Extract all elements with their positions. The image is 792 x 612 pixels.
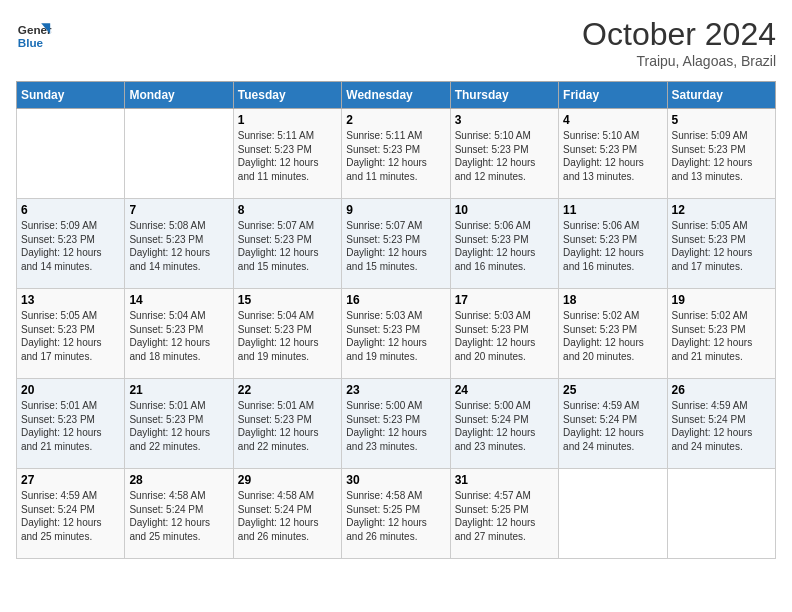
calendar-cell: 20Sunrise: 5:01 AM Sunset: 5:23 PM Dayli…	[17, 379, 125, 469]
weekday-header-tuesday: Tuesday	[233, 82, 341, 109]
calendar-cell: 12Sunrise: 5:05 AM Sunset: 5:23 PM Dayli…	[667, 199, 775, 289]
day-info: Sunrise: 5:02 AM Sunset: 5:23 PM Dayligh…	[563, 309, 662, 363]
day-number: 3	[455, 113, 554, 127]
logo-icon: General Blue	[16, 16, 52, 52]
calendar-cell: 19Sunrise: 5:02 AM Sunset: 5:23 PM Dayli…	[667, 289, 775, 379]
calendar-week-1: 1Sunrise: 5:11 AM Sunset: 5:23 PM Daylig…	[17, 109, 776, 199]
calendar-cell: 24Sunrise: 5:00 AM Sunset: 5:24 PM Dayli…	[450, 379, 558, 469]
day-info: Sunrise: 4:59 AM Sunset: 5:24 PM Dayligh…	[672, 399, 771, 453]
day-info: Sunrise: 5:04 AM Sunset: 5:23 PM Dayligh…	[129, 309, 228, 363]
day-info: Sunrise: 5:09 AM Sunset: 5:23 PM Dayligh…	[21, 219, 120, 273]
title-block: October 2024 Traipu, Alagoas, Brazil	[582, 16, 776, 69]
calendar-cell: 14Sunrise: 5:04 AM Sunset: 5:23 PM Dayli…	[125, 289, 233, 379]
calendar-cell: 5Sunrise: 5:09 AM Sunset: 5:23 PM Daylig…	[667, 109, 775, 199]
day-number: 19	[672, 293, 771, 307]
weekday-header-monday: Monday	[125, 82, 233, 109]
logo: General Blue	[16, 16, 52, 52]
calendar-cell: 6Sunrise: 5:09 AM Sunset: 5:23 PM Daylig…	[17, 199, 125, 289]
month-title: October 2024	[582, 16, 776, 53]
calendar-week-5: 27Sunrise: 4:59 AM Sunset: 5:24 PM Dayli…	[17, 469, 776, 559]
day-info: Sunrise: 5:07 AM Sunset: 5:23 PM Dayligh…	[238, 219, 337, 273]
weekday-header-wednesday: Wednesday	[342, 82, 450, 109]
day-number: 18	[563, 293, 662, 307]
weekday-header-saturday: Saturday	[667, 82, 775, 109]
calendar-cell: 25Sunrise: 4:59 AM Sunset: 5:24 PM Dayli…	[559, 379, 667, 469]
day-info: Sunrise: 5:07 AM Sunset: 5:23 PM Dayligh…	[346, 219, 445, 273]
day-number: 28	[129, 473, 228, 487]
calendar-cell: 21Sunrise: 5:01 AM Sunset: 5:23 PM Dayli…	[125, 379, 233, 469]
calendar-cell: 27Sunrise: 4:59 AM Sunset: 5:24 PM Dayli…	[17, 469, 125, 559]
weekday-header-sunday: Sunday	[17, 82, 125, 109]
day-number: 14	[129, 293, 228, 307]
day-number: 24	[455, 383, 554, 397]
calendar-cell: 26Sunrise: 4:59 AM Sunset: 5:24 PM Dayli…	[667, 379, 775, 469]
calendar-week-3: 13Sunrise: 5:05 AM Sunset: 5:23 PM Dayli…	[17, 289, 776, 379]
day-info: Sunrise: 4:58 AM Sunset: 5:24 PM Dayligh…	[129, 489, 228, 543]
calendar-table: SundayMondayTuesdayWednesdayThursdayFrid…	[16, 81, 776, 559]
calendar-cell: 2Sunrise: 5:11 AM Sunset: 5:23 PM Daylig…	[342, 109, 450, 199]
day-info: Sunrise: 5:01 AM Sunset: 5:23 PM Dayligh…	[238, 399, 337, 453]
day-info: Sunrise: 5:05 AM Sunset: 5:23 PM Dayligh…	[21, 309, 120, 363]
day-number: 31	[455, 473, 554, 487]
calendar-cell: 23Sunrise: 5:00 AM Sunset: 5:23 PM Dayli…	[342, 379, 450, 469]
day-info: Sunrise: 5:02 AM Sunset: 5:23 PM Dayligh…	[672, 309, 771, 363]
calendar-cell: 13Sunrise: 5:05 AM Sunset: 5:23 PM Dayli…	[17, 289, 125, 379]
calendar-cell: 17Sunrise: 5:03 AM Sunset: 5:23 PM Dayli…	[450, 289, 558, 379]
weekday-header-friday: Friday	[559, 82, 667, 109]
day-info: Sunrise: 4:59 AM Sunset: 5:24 PM Dayligh…	[21, 489, 120, 543]
day-number: 27	[21, 473, 120, 487]
calendar-cell: 15Sunrise: 5:04 AM Sunset: 5:23 PM Dayli…	[233, 289, 341, 379]
day-info: Sunrise: 5:11 AM Sunset: 5:23 PM Dayligh…	[238, 129, 337, 183]
day-number: 6	[21, 203, 120, 217]
day-number: 26	[672, 383, 771, 397]
day-info: Sunrise: 5:08 AM Sunset: 5:23 PM Dayligh…	[129, 219, 228, 273]
day-info: Sunrise: 5:09 AM Sunset: 5:23 PM Dayligh…	[672, 129, 771, 183]
day-info: Sunrise: 5:04 AM Sunset: 5:23 PM Dayligh…	[238, 309, 337, 363]
day-info: Sunrise: 5:01 AM Sunset: 5:23 PM Dayligh…	[21, 399, 120, 453]
calendar-cell: 1Sunrise: 5:11 AM Sunset: 5:23 PM Daylig…	[233, 109, 341, 199]
calendar-cell: 8Sunrise: 5:07 AM Sunset: 5:23 PM Daylig…	[233, 199, 341, 289]
calendar-cell: 3Sunrise: 5:10 AM Sunset: 5:23 PM Daylig…	[450, 109, 558, 199]
calendar-cell: 30Sunrise: 4:58 AM Sunset: 5:25 PM Dayli…	[342, 469, 450, 559]
calendar-body: 1Sunrise: 5:11 AM Sunset: 5:23 PM Daylig…	[17, 109, 776, 559]
calendar-cell: 11Sunrise: 5:06 AM Sunset: 5:23 PM Dayli…	[559, 199, 667, 289]
day-number: 25	[563, 383, 662, 397]
day-info: Sunrise: 5:00 AM Sunset: 5:24 PM Dayligh…	[455, 399, 554, 453]
weekday-header-thursday: Thursday	[450, 82, 558, 109]
day-info: Sunrise: 5:06 AM Sunset: 5:23 PM Dayligh…	[455, 219, 554, 273]
day-number: 12	[672, 203, 771, 217]
day-number: 10	[455, 203, 554, 217]
day-info: Sunrise: 5:00 AM Sunset: 5:23 PM Dayligh…	[346, 399, 445, 453]
day-number: 11	[563, 203, 662, 217]
day-info: Sunrise: 5:06 AM Sunset: 5:23 PM Dayligh…	[563, 219, 662, 273]
day-info: Sunrise: 5:03 AM Sunset: 5:23 PM Dayligh…	[346, 309, 445, 363]
svg-text:Blue: Blue	[18, 36, 44, 49]
calendar-cell: 4Sunrise: 5:10 AM Sunset: 5:23 PM Daylig…	[559, 109, 667, 199]
day-number: 1	[238, 113, 337, 127]
calendar-week-4: 20Sunrise: 5:01 AM Sunset: 5:23 PM Dayli…	[17, 379, 776, 469]
day-info: Sunrise: 5:10 AM Sunset: 5:23 PM Dayligh…	[563, 129, 662, 183]
day-info: Sunrise: 5:03 AM Sunset: 5:23 PM Dayligh…	[455, 309, 554, 363]
day-number: 17	[455, 293, 554, 307]
calendar-cell: 31Sunrise: 4:57 AM Sunset: 5:25 PM Dayli…	[450, 469, 558, 559]
day-info: Sunrise: 5:05 AM Sunset: 5:23 PM Dayligh…	[672, 219, 771, 273]
day-number: 5	[672, 113, 771, 127]
calendar-cell	[667, 469, 775, 559]
day-info: Sunrise: 4:58 AM Sunset: 5:25 PM Dayligh…	[346, 489, 445, 543]
day-info: Sunrise: 5:01 AM Sunset: 5:23 PM Dayligh…	[129, 399, 228, 453]
day-number: 23	[346, 383, 445, 397]
location: Traipu, Alagoas, Brazil	[582, 53, 776, 69]
weekday-header-row: SundayMondayTuesdayWednesdayThursdayFrid…	[17, 82, 776, 109]
calendar-cell	[17, 109, 125, 199]
day-info: Sunrise: 4:57 AM Sunset: 5:25 PM Dayligh…	[455, 489, 554, 543]
day-number: 22	[238, 383, 337, 397]
day-number: 21	[129, 383, 228, 397]
calendar-cell	[125, 109, 233, 199]
calendar-cell	[559, 469, 667, 559]
calendar-week-2: 6Sunrise: 5:09 AM Sunset: 5:23 PM Daylig…	[17, 199, 776, 289]
day-number: 9	[346, 203, 445, 217]
calendar-cell: 18Sunrise: 5:02 AM Sunset: 5:23 PM Dayli…	[559, 289, 667, 379]
calendar-header: SundayMondayTuesdayWednesdayThursdayFrid…	[17, 82, 776, 109]
calendar-cell: 22Sunrise: 5:01 AM Sunset: 5:23 PM Dayli…	[233, 379, 341, 469]
calendar-cell: 7Sunrise: 5:08 AM Sunset: 5:23 PM Daylig…	[125, 199, 233, 289]
